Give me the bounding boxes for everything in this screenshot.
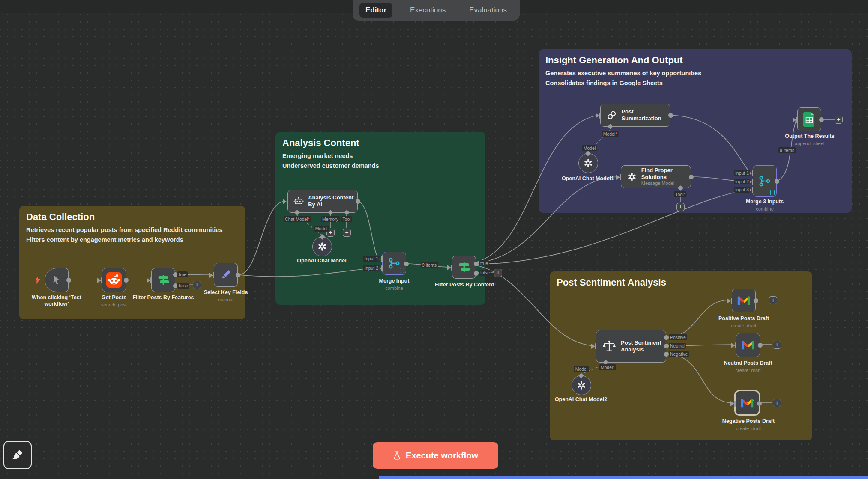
input-port[interactable]	[793, 117, 798, 123]
port-label-model: Model*	[599, 364, 616, 370]
port-label-input3: Input 3	[734, 187, 750, 193]
port-label-model: Model	[582, 145, 597, 151]
input-port[interactable]	[616, 174, 621, 180]
input-port[interactable]	[283, 199, 288, 205]
add-node-button[interactable]: +	[494, 269, 502, 277]
port-label-memory: Memory	[321, 216, 340, 222]
port-label-negative: Negative	[669, 351, 689, 357]
node-filter-posts-by-features[interactable]	[151, 268, 175, 292]
port-label-positive: Positive	[669, 334, 687, 340]
output-port[interactable]	[689, 175, 694, 179]
horizontal-scrollbar[interactable]	[379, 476, 868, 479]
node-post-sentiment-analysis[interactable]: Post Sentiment Analysis	[596, 330, 666, 363]
add-node-button[interactable]: +	[773, 341, 781, 349]
port-label-true: true	[177, 271, 188, 277]
node-merge-input[interactable]	[382, 252, 406, 275]
port-label-false: false	[177, 283, 189, 289]
node-find-proper-solutions[interactable]: Find Proper Solutions Message Model	[621, 165, 691, 188]
workflow-canvas[interactable]: Editor Executions Evaluations Data Colle…	[0, 0, 868, 479]
tab-evaluations[interactable]: Evaluations	[463, 3, 513, 18]
input-port[interactable]	[209, 272, 214, 278]
output-port[interactable]	[758, 343, 763, 348]
port-label-input1: Input 1	[363, 256, 380, 262]
output-port[interactable]	[819, 117, 824, 122]
tidy-up-button[interactable]	[3, 441, 32, 469]
input-port[interactable]	[447, 265, 452, 271]
combine-subicon	[400, 268, 404, 273]
port-label-input2: Input 2	[734, 179, 750, 184]
port-label-tool: Tool	[341, 216, 352, 222]
port-label-model: Model	[574, 366, 589, 372]
node-openai-chat-model[interactable]	[312, 237, 332, 256]
execute-workflow-button[interactable]: Execute workflow	[373, 442, 498, 469]
node-label: Merge Input combine	[379, 278, 410, 291]
view-tabbar: Editor Executions Evaluations	[353, 0, 520, 21]
node-get-posts[interactable]	[102, 268, 126, 292]
node-label: Merge 3 Inputs combine	[746, 199, 784, 212]
node-negative-posts-draft[interactable]	[734, 390, 760, 416]
add-node-button[interactable]: +	[676, 203, 685, 211]
output-port[interactable]	[124, 278, 129, 283]
reddit-icon	[106, 272, 122, 288]
input-port[interactable]	[731, 342, 736, 348]
output-port[interactable]	[66, 278, 71, 283]
node-output-the-results[interactable]	[797, 107, 821, 131]
node-label: Negative Posts Draft create: draft	[722, 418, 775, 431]
node-label: Get Posts search: post	[101, 295, 127, 308]
openai-icon	[317, 241, 327, 252]
input-port[interactable]	[97, 277, 102, 283]
add-node-button[interactable]: +	[343, 229, 351, 237]
output-port[interactable]	[757, 401, 762, 406]
node-post-summarization[interactable]: Post Summarization	[600, 104, 670, 127]
input-port[interactable]	[730, 401, 736, 407]
node-neutral-posts-draft[interactable]	[736, 333, 760, 357]
output-port-neutral[interactable]	[664, 344, 669, 348]
node-label: Filter Posts By Features	[132, 295, 194, 301]
node-when-clicking-test-workflow[interactable]	[45, 268, 69, 292]
input-port[interactable]	[147, 277, 152, 283]
add-node-button[interactable]: +	[835, 116, 843, 124]
output-port[interactable]	[754, 298, 758, 303]
node-openai-chat-model2[interactable]	[572, 375, 591, 395]
output-port-true[interactable]	[474, 262, 479, 266]
filter-icon	[156, 273, 171, 287]
output-port-false[interactable]	[474, 271, 479, 276]
openai-icon	[627, 171, 637, 183]
node-label: OpenAI Chat Model2	[555, 396, 607, 403]
node-label: Select Key Fields manual	[204, 289, 248, 303]
output-port-negative[interactable]	[664, 352, 669, 357]
output-port[interactable]	[356, 199, 360, 204]
node-filter-posts-by-content[interactable]	[452, 256, 476, 279]
port-label-input1: Input 1	[734, 170, 750, 176]
tab-editor[interactable]: Editor	[359, 3, 392, 18]
pencil-icon	[219, 268, 233, 282]
merge-icon	[387, 256, 401, 270]
input-port[interactable]	[727, 298, 732, 304]
output-port[interactable]	[404, 262, 409, 266]
tab-executions[interactable]: Executions	[404, 3, 452, 18]
combine-subicon	[770, 190, 775, 195]
node-title: Find Proper Solutions	[641, 167, 691, 180]
node-positive-posts-draft[interactable]	[732, 289, 756, 312]
output-port[interactable]	[236, 273, 240, 277]
input-port[interactable]	[591, 343, 596, 349]
filter-icon	[457, 260, 471, 274]
node-merge-3-inputs[interactable]	[753, 165, 777, 197]
output-port-positive[interactable]	[664, 335, 669, 340]
input-port[interactable]	[596, 113, 601, 119]
node-analysis-content-by-ai[interactable]: Analysis Content By AI	[287, 190, 358, 213]
port-label-model: Model*	[602, 131, 619, 137]
node-subtitle: Message Model	[641, 181, 691, 187]
output-port[interactable]	[775, 179, 779, 184]
openai-icon	[576, 380, 587, 390]
node-select-key-fields[interactable]	[214, 263, 238, 287]
port-label-tool: Tool*	[674, 191, 686, 197]
add-node-button[interactable]: +	[193, 281, 201, 289]
add-node-button[interactable]: +	[769, 296, 777, 304]
node-title: Post Summarization	[621, 108, 670, 122]
node-label: Filter Posts By Content	[435, 282, 494, 288]
broom-icon	[11, 449, 24, 461]
output-port[interactable]	[668, 113, 673, 118]
node-openai-chat-model1[interactable]	[578, 153, 598, 173]
add-node-button[interactable]: +	[773, 399, 781, 407]
